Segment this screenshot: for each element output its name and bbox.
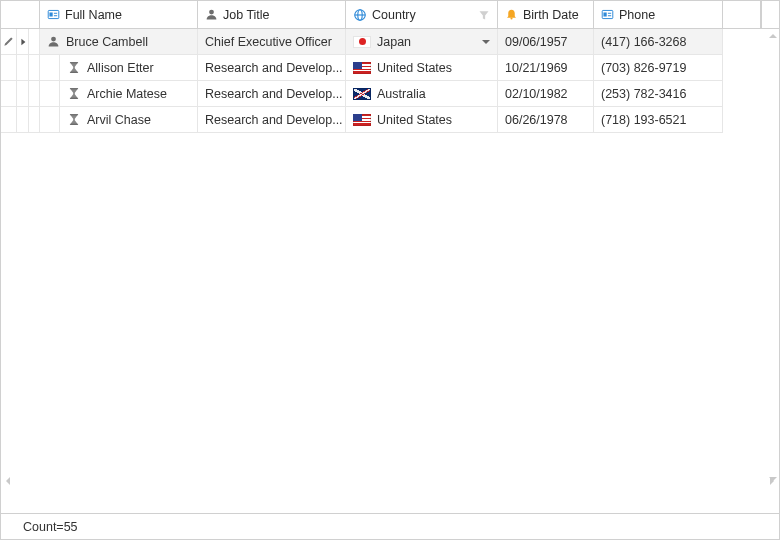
cell-full-name[interactable]: Archie Matese <box>60 81 198 107</box>
column-header-label: Country <box>372 8 416 22</box>
row-indent-cell <box>40 55 60 81</box>
footer-summary: Count=55 <box>23 520 78 534</box>
cell-text: (718) 193-6521 <box>601 113 686 127</box>
column-header-label: Birth Date <box>523 8 579 22</box>
grid-body: Bruce Cambell Chief Executive Officer Ja… <box>1 29 779 513</box>
cell-full-name[interactable]: Arvil Chase <box>60 107 198 133</box>
cell-phone[interactable]: (253) 782-3416 <box>594 81 723 107</box>
flag-icon <box>353 36 371 48</box>
cell-phone[interactable]: (718) 193-6521 <box>594 107 723 133</box>
flag-icon <box>353 88 371 100</box>
column-header-label: Full Name <box>65 8 122 22</box>
cell-text: United States <box>377 61 452 75</box>
table-row[interactable]: Bruce Cambell Chief Executive Officer Ja… <box>1 29 779 55</box>
hourglass-icon <box>67 113 81 126</box>
cell-job-title[interactable]: Chief Executive Officer <box>198 29 346 55</box>
scroll-up-arrow-icon[interactable] <box>768 31 778 41</box>
scroll-left-arrow-icon[interactable] <box>3 476 13 486</box>
cell-phone[interactable]: (417) 166-3268 <box>594 29 723 55</box>
column-header-full-name[interactable]: Full Name <box>40 1 198 28</box>
flag-icon <box>353 114 371 126</box>
cell-text: (253) 782-3416 <box>601 87 686 101</box>
svg-point-13 <box>51 37 56 42</box>
cell-text: Japan <box>377 35 411 49</box>
column-header-end <box>761 1 779 28</box>
cell-phone[interactable]: (703) 826-9719 <box>594 55 723 81</box>
cell-birth-date[interactable]: 02/10/1982 <box>498 81 594 107</box>
cell-text: United States <box>377 113 452 127</box>
globe-icon <box>353 8 367 22</box>
row-expand-cell[interactable] <box>17 55 29 81</box>
svg-rect-19 <box>70 124 78 125</box>
row-indicator-cell[interactable] <box>1 107 17 133</box>
cell-country[interactable]: United States <box>346 107 498 133</box>
row-expand-cell[interactable] <box>17 107 29 133</box>
cell-text: Research and Develop... <box>205 87 343 101</box>
cell-full-name[interactable]: Allison Etter <box>60 55 198 81</box>
cell-text: (417) 166-3268 <box>601 35 686 49</box>
svg-rect-10 <box>603 12 606 16</box>
cell-birth-date[interactable]: 10/21/1969 <box>498 55 594 81</box>
column-header-birth-date[interactable]: Birth Date <box>498 1 594 28</box>
row-selector-header[interactable] <box>1 1 40 28</box>
row-indicator-cell[interactable] <box>1 55 17 81</box>
svg-rect-16 <box>70 88 78 89</box>
cell-text: Chief Executive Officer <box>205 35 332 49</box>
table-row[interactable]: Allison Etter Research and Develop... Un… <box>1 55 779 81</box>
cell-text: Research and Develop... <box>205 113 343 127</box>
svg-rect-1 <box>49 12 52 16</box>
bell-icon <box>505 8 518 21</box>
svg-rect-18 <box>70 114 78 115</box>
tree-data-grid: Full Name Job Title Country Birth Date <box>0 0 780 540</box>
row-indent-cell <box>29 29 40 55</box>
svg-point-4 <box>209 10 214 15</box>
hourglass-icon <box>67 87 81 100</box>
cell-text: 09/06/1957 <box>505 35 568 49</box>
column-header-phone[interactable]: Phone <box>594 1 723 28</box>
cell-text: 02/10/1982 <box>505 87 568 101</box>
cell-text: Australia <box>377 87 426 101</box>
table-row[interactable]: Arvil Chase Research and Develop... Unit… <box>1 107 779 133</box>
cell-country[interactable]: United States <box>346 55 498 81</box>
person-icon <box>47 35 60 48</box>
cell-text: Archie Matese <box>87 87 167 101</box>
person-icon <box>205 8 218 21</box>
cell-job-title[interactable]: Research and Develop... <box>198 55 346 81</box>
svg-rect-17 <box>70 98 78 99</box>
cell-country[interactable]: Japan <box>346 29 498 55</box>
row-indicator-cell[interactable] <box>1 29 17 55</box>
cell-job-title[interactable]: Research and Develop... <box>198 107 346 133</box>
cell-text: Allison Etter <box>87 61 154 75</box>
row-indicator-cell[interactable] <box>1 81 17 107</box>
funnel-icon[interactable] <box>478 9 490 21</box>
row-indent-cell <box>29 55 40 81</box>
scroll-right-arrow-icon[interactable] <box>767 476 777 486</box>
column-header-country[interactable]: Country <box>346 1 498 28</box>
cell-text: Arvil Chase <box>87 113 151 127</box>
column-header-job-title[interactable]: Job Title <box>198 1 346 28</box>
row-expand-cell[interactable] <box>17 29 29 55</box>
cell-text: 10/21/1969 <box>505 61 568 75</box>
cell-text: (703) 826-9719 <box>601 61 686 75</box>
row-indent-cell <box>40 107 60 133</box>
pencil-icon <box>3 36 14 47</box>
cell-birth-date[interactable]: 09/06/1957 <box>498 29 594 55</box>
column-header-label: Job Title <box>223 8 270 22</box>
svg-point-8 <box>510 18 512 20</box>
row-expand-cell[interactable] <box>17 81 29 107</box>
table-row[interactable]: Archie Matese Research and Develop... Au… <box>1 81 779 107</box>
flag-icon <box>353 62 371 74</box>
cell-full-name[interactable]: Bruce Cambell <box>40 29 198 55</box>
chevron-down-icon[interactable] <box>481 37 491 47</box>
cell-birth-date[interactable]: 06/26/1978 <box>498 107 594 133</box>
svg-rect-15 <box>70 72 78 73</box>
row-indent-cell <box>29 107 40 133</box>
expand-caret-icon[interactable] <box>19 38 27 46</box>
grid-footer: Count=55 <box>1 513 779 539</box>
column-header-row: Full Name Job Title Country Birth Date <box>1 1 779 29</box>
cell-text: 06/26/1978 <box>505 113 568 127</box>
cell-country[interactable]: Australia <box>346 81 498 107</box>
hourglass-icon <box>67 61 81 74</box>
cell-job-title[interactable]: Research and Develop... <box>198 81 346 107</box>
cell-text: Bruce Cambell <box>66 35 148 49</box>
